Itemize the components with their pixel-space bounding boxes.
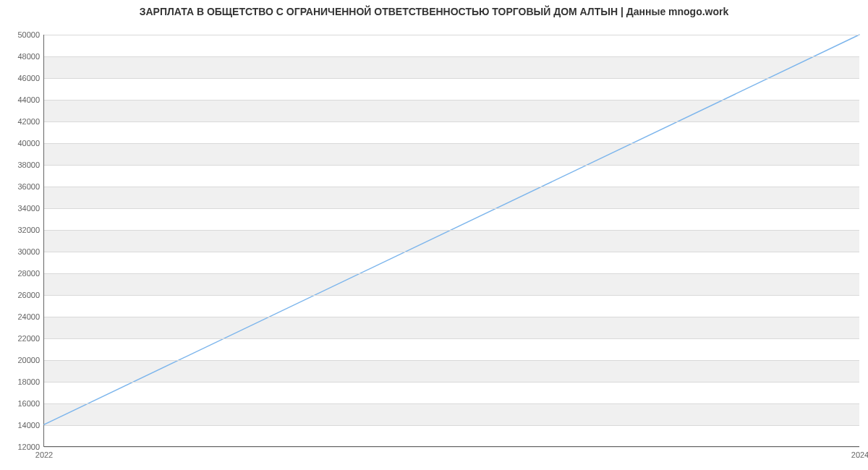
y-tick-label: 36000	[17, 182, 40, 191]
y-tick-label: 22000	[17, 334, 40, 343]
y-tick-label: 30000	[17, 247, 40, 256]
y-tick-label: 24000	[17, 312, 40, 321]
y-gridline	[44, 360, 859, 361]
plot-area: 1200014000160001800020000220002400026000…	[43, 35, 859, 447]
y-tick-label: 20000	[17, 356, 40, 364]
y-gridline	[44, 382, 859, 383]
y-gridline	[44, 252, 859, 252]
chart-title: ЗАРПЛАТА В ОБЩЕТСТВО С ОГРАНИЧЕННОЙ ОТВЕ…	[0, 6, 868, 17]
y-gridline	[44, 143, 859, 144]
y-gridline	[44, 187, 859, 187]
x-tick-label: 2022	[35, 450, 53, 459]
y-gridline	[44, 295, 859, 296]
y-tick-label: 16000	[17, 399, 40, 408]
y-tick-label: 34000	[17, 204, 40, 213]
y-gridline	[44, 338, 859, 339]
y-gridline	[44, 447, 859, 448]
y-tick-label: 50000	[17, 30, 40, 39]
y-tick-label: 14000	[17, 421, 40, 430]
x-tick-label: 2024	[851, 450, 868, 459]
y-tick-label: 38000	[17, 161, 40, 169]
y-gridline	[44, 100, 859, 101]
y-tick-label: 40000	[17, 139, 40, 148]
y-gridline	[44, 425, 859, 426]
data-line	[44, 35, 859, 446]
y-gridline	[44, 35, 859, 35]
y-gridline	[44, 230, 859, 231]
y-gridline	[44, 403, 859, 404]
salary-line-chart: ЗАРПЛАТА В ОБЩЕТСТВО С ОГРАНИЧЕННОЙ ОТВЕ…	[0, 0, 868, 470]
y-gridline	[44, 208, 859, 209]
y-tick-label: 44000	[17, 95, 40, 104]
y-tick-label: 46000	[17, 74, 40, 82]
y-tick-label: 32000	[17, 226, 40, 234]
y-gridline	[44, 165, 859, 166]
y-gridline	[44, 78, 859, 79]
y-gridline	[44, 121, 859, 122]
y-tick-label: 28000	[17, 269, 40, 278]
y-gridline	[44, 273, 859, 274]
y-tick-label: 18000	[17, 377, 40, 386]
y-gridline	[44, 56, 859, 57]
y-gridline	[44, 317, 859, 317]
y-tick-label: 42000	[17, 117, 40, 126]
y-tick-label: 48000	[17, 52, 40, 61]
y-tick-label: 26000	[17, 291, 40, 299]
